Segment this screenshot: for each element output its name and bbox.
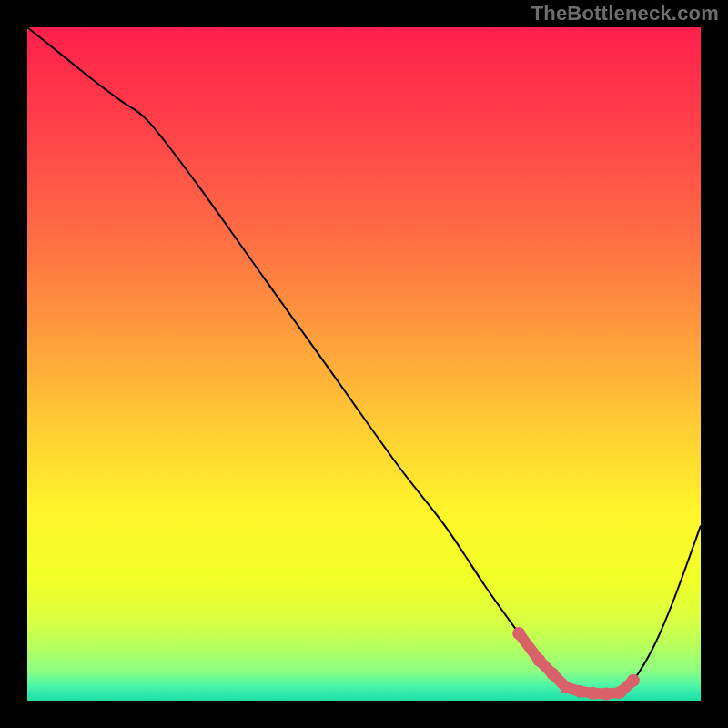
highlight-dot xyxy=(532,654,545,667)
highlight-dot xyxy=(587,687,600,700)
highlight-dot xyxy=(560,681,572,693)
watermark-label: TheBottleneck.com xyxy=(531,2,719,25)
highlight-dot xyxy=(512,627,525,640)
bottleneck-plot xyxy=(0,0,728,728)
highlight-dot xyxy=(600,688,612,701)
highlight-dot xyxy=(627,674,640,687)
plot-background xyxy=(27,27,701,701)
chart-stage: TheBottleneck.com xyxy=(0,0,728,728)
highlight-dot xyxy=(573,685,586,698)
highlight-dot xyxy=(613,686,626,699)
highlight-dot xyxy=(546,667,559,680)
